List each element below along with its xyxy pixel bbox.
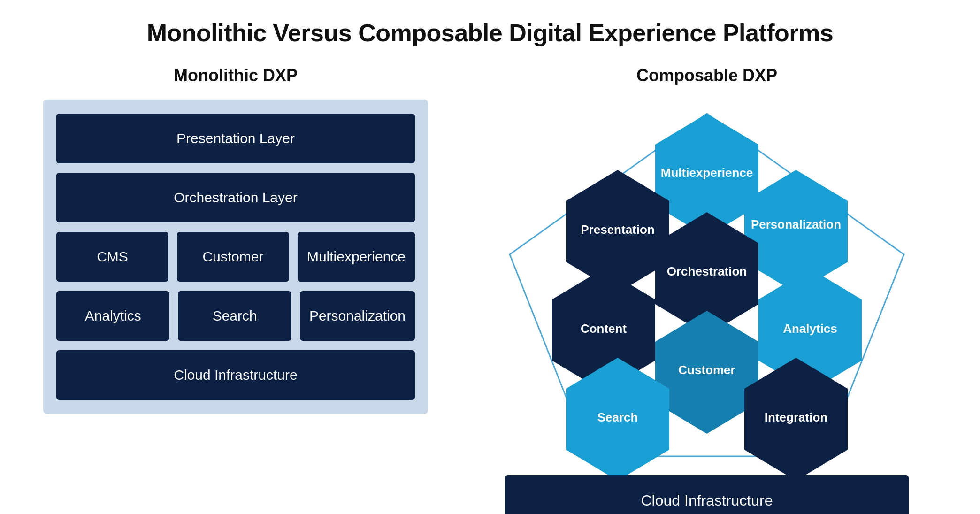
- svg-text:Multiexperience: Multiexperience: [661, 166, 753, 180]
- mono-row-cloud: Cloud Infrastructure: [56, 350, 415, 400]
- mono-block-multiexperience: Multiexperience: [298, 232, 415, 282]
- composable-cloud-infra: Cloud Infrastructure: [505, 475, 909, 514]
- svg-text:Orchestration: Orchestration: [667, 264, 747, 278]
- hex-personalization-bg: [744, 170, 848, 293]
- mono-block-search: Search: [178, 291, 291, 341]
- mono-block-customer: Customer: [177, 232, 289, 282]
- hex-grid: Multiexperience Presentation Personaliza…: [491, 100, 923, 475]
- svg-text:Personalization: Personalization: [751, 217, 841, 231]
- mono-block-analytics: Analytics: [56, 291, 169, 341]
- mono-block-presentation-layer: Presentation Layer: [56, 114, 415, 163]
- mono-row-tier4: Analytics Search Personalization: [56, 291, 415, 341]
- page-title: Monolithic Versus Composable Digital Exp…: [28, 19, 952, 47]
- mono-block-cloud-infra: Cloud Infrastructure: [56, 350, 415, 400]
- monolithic-title: Monolithic DXP: [174, 66, 298, 85]
- mono-row-tier3: CMS Customer Multiexperience: [56, 232, 415, 282]
- mono-row-presentation: Presentation Layer: [56, 114, 415, 163]
- composable-title: Composable DXP: [636, 66, 777, 85]
- svg-text:Customer: Customer: [678, 363, 735, 377]
- monolithic-column: Monolithic DXP Presentation Layer Orches…: [43, 66, 428, 414]
- mono-block-personalization: Personalization: [300, 291, 415, 341]
- monolithic-box: Presentation Layer Orchestration Layer C…: [43, 100, 428, 414]
- svg-text:Analytics: Analytics: [783, 322, 837, 336]
- mono-block-orchestration-layer: Orchestration Layer: [56, 173, 415, 222]
- mono-block-cms: CMS: [56, 232, 168, 282]
- svg-text:Integration: Integration: [765, 410, 827, 424]
- mono-row-orchestration: Orchestration Layer: [56, 173, 415, 222]
- composable-box: Multiexperience Presentation Personaliza…: [477, 100, 937, 514]
- svg-text:Search: Search: [597, 410, 638, 424]
- pentagon-container: Multiexperience Presentation Personaliza…: [491, 100, 923, 475]
- svg-text:Content: Content: [581, 322, 627, 336]
- composable-column: Composable DXP Multiexperience P: [477, 66, 937, 514]
- svg-text:Presentation: Presentation: [581, 222, 655, 237]
